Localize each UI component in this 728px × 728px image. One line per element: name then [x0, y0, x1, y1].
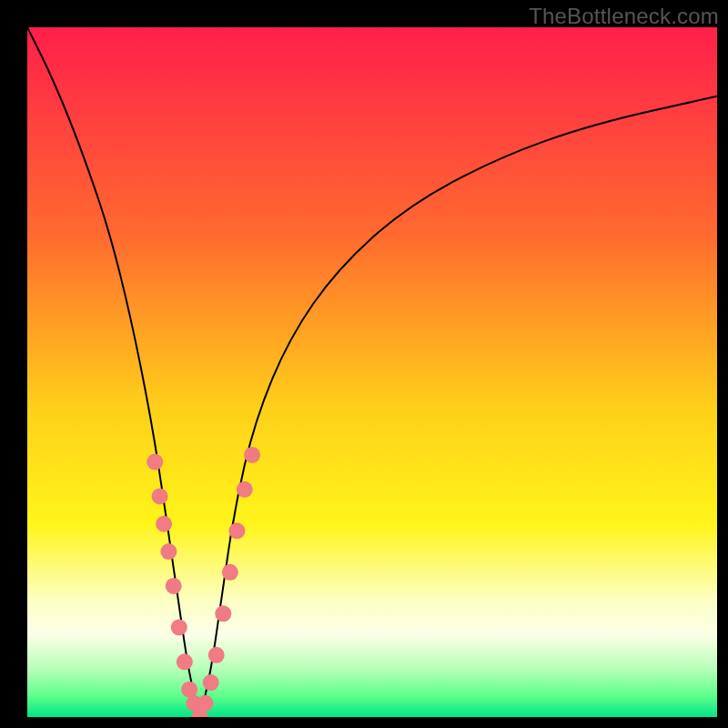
watermark-text: TheBottleneck.com: [529, 4, 719, 29]
data-marker: [222, 564, 238, 581]
data-marker: [166, 578, 182, 594]
data-marker: [208, 647, 225, 663]
data-marker: [152, 488, 168, 504]
data-marker: [171, 619, 187, 635]
chart-frame: TheBottleneck.com: [0, 0, 728, 728]
data-marker: [177, 653, 193, 670]
data-marker: [215, 605, 231, 622]
data-marker: [160, 543, 177, 560]
data-marker: [156, 516, 172, 532]
marker-group: [147, 447, 260, 717]
data-marker: [228, 522, 245, 539]
data-marker: [203, 674, 219, 691]
data-marker: [244, 447, 260, 463]
data-marker: [147, 454, 163, 470]
plot-area: [27, 27, 717, 717]
data-marker: [197, 695, 214, 712]
curve-layer: [27, 27, 717, 717]
data-marker: [237, 481, 253, 498]
bottleneck-curve: [27, 27, 717, 707]
